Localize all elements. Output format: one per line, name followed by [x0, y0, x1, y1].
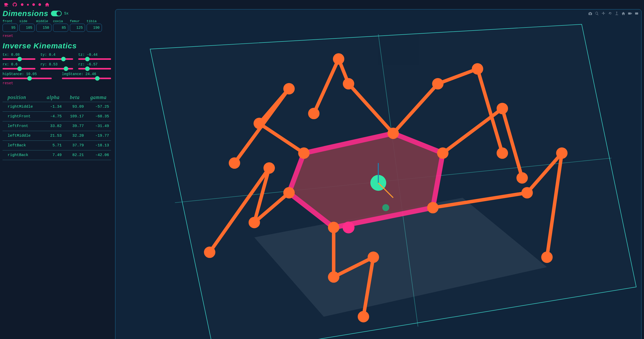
nav-dot-4[interactable]	[38, 3, 41, 6]
dim-input-tibia[interactable]	[87, 24, 102, 32]
svg-point-50	[285, 189, 293, 197]
control-panel: Dimensions 5x frontsidemiddlecoxiafemurt…	[3, 9, 112, 339]
dim-field-front: front	[3, 19, 18, 32]
dim-field-coxia: coxia	[53, 19, 68, 32]
dim-label-femur: femur	[70, 19, 85, 23]
nav-dot-2[interactable]	[27, 4, 29, 6]
svg-point-27	[330, 273, 338, 281]
svg-point-21	[434, 80, 442, 88]
slider-thumb-rz[interactable]	[85, 66, 90, 71]
ik-title: Inverse Kinematics	[3, 41, 77, 50]
svg-point-14	[429, 204, 437, 211]
slider-thumb-ry[interactable]	[64, 66, 68, 71]
dim-field-tibia: tibia	[87, 19, 102, 32]
slider-rx: rx: 0.6	[3, 62, 35, 69]
dim-input-middle[interactable]	[36, 24, 51, 32]
svg-point-15	[523, 189, 531, 197]
slider-ry: ry: 8.53	[41, 62, 73, 69]
github-icon[interactable]	[12, 2, 17, 7]
table-cell-gamma: -68.35	[86, 112, 111, 121]
table-cell-gamma: -42.06	[86, 150, 111, 160]
home-icon[interactable]	[45, 2, 50, 7]
slider-thumb-tx[interactable]	[17, 57, 22, 61]
svg-point-33	[250, 219, 258, 227]
svg-point-28	[369, 253, 377, 261]
slider-thumb-legStance[interactable]	[95, 76, 100, 81]
slider-track-tx[interactable]	[3, 58, 35, 60]
svg-point-29	[359, 313, 367, 321]
dim-field-middle: middle	[36, 19, 51, 32]
table-row: rightBack7.4982.21-42.06	[3, 150, 111, 160]
slider-thumb-rx[interactable]	[17, 66, 22, 71]
slider-track-rx[interactable]	[3, 68, 35, 69]
table-row: rightFront-4.75109.17-68.35	[3, 112, 111, 121]
slider-thumb-hipStance[interactable]	[27, 76, 32, 81]
table-cell-beta: 109.17	[64, 112, 86, 121]
nav-dot-3[interactable]	[32, 3, 35, 6]
nav-dot-1[interactable]	[21, 3, 23, 6]
table-header-gamma: gamma	[86, 93, 111, 102]
dim-input-front[interactable]	[3, 24, 18, 32]
dim-input-coxia[interactable]	[53, 24, 68, 32]
slider-label-tz: tz: -0.44	[78, 53, 111, 57]
table-header-alpha: alpha	[43, 93, 64, 102]
ik-reset[interactable]: reset	[3, 81, 13, 85]
svg-rect-0	[635, 12, 638, 15]
ik-sliders-rotation: rx: 0.6ry: 8.53rz: -6.57	[3, 62, 111, 69]
camera-icon[interactable]	[588, 11, 592, 16]
slider-track-ty[interactable]	[41, 58, 73, 60]
visualization-panel[interactable]	[115, 9, 641, 339]
slider-thumb-ty[interactable]	[61, 57, 66, 61]
slider-label-tx: tx: 0.08	[3, 53, 35, 57]
rotate-icon[interactable]	[608, 11, 612, 16]
table-cell-beta: 39.77	[64, 121, 86, 131]
table-row: leftBack5.7137.79-18.13	[3, 141, 111, 150]
table-cell-alpha: 21.53	[43, 131, 64, 141]
table-cell-position: rightBack	[3, 150, 43, 160]
table-cell-alpha: 7.49	[43, 150, 64, 160]
table-cell-position: leftFront	[3, 121, 43, 131]
slider-label-legStance: legStance: 24.46	[62, 72, 111, 76]
svg-point-17	[543, 253, 551, 261]
slider-track-tz[interactable]	[78, 58, 111, 60]
coffee-icon[interactable]	[4, 2, 9, 7]
slider-track-hipStance[interactable]	[3, 78, 52, 79]
dimensions-title: Dimensions	[3, 9, 48, 18]
svg-point-51	[330, 223, 338, 231]
home-icon[interactable]	[621, 11, 625, 16]
slider-track-legStance[interactable]	[62, 78, 111, 79]
table-cell-alpha: 33.82	[43, 121, 64, 131]
svg-point-23	[498, 149, 506, 157]
hexapod-3d-plot[interactable]	[115, 9, 641, 339]
dimensions-scale-toggle[interactable]	[51, 11, 62, 16]
dim-label-coxia: coxia	[53, 19, 68, 23]
slider-hipStance: hipStance: 10.05	[3, 72, 52, 79]
svg-point-47	[310, 109, 318, 117]
table-cell-beta: 82.21	[64, 150, 86, 160]
dim-label-tibia: tibia	[87, 19, 102, 23]
pan-icon[interactable]	[601, 11, 606, 16]
slider-label-ty: ty: 0.4	[41, 53, 73, 57]
slider-track-ry[interactable]	[41, 68, 73, 69]
zoom-icon[interactable]	[595, 11, 599, 16]
slider-label-hipStance: hipStance: 10.05	[3, 72, 52, 76]
svg-point-46	[335, 55, 343, 63]
video-icon[interactable]	[628, 11, 632, 16]
dim-label-side: side	[19, 19, 35, 23]
dimensions-inputs: frontsidemiddlecoxiafemurtibia	[3, 19, 111, 32]
table-cell-alpha: 5.71	[43, 141, 64, 150]
dim-input-side[interactable]	[19, 24, 35, 32]
dim-input-femur[interactable]	[70, 24, 85, 32]
dim-field-side: side	[19, 19, 35, 32]
save-icon[interactable]	[635, 11, 639, 16]
svg-point-40	[285, 85, 293, 93]
slider-thumb-tz[interactable]	[85, 57, 90, 61]
slider-track-rz[interactable]	[78, 68, 111, 69]
reset-axes-icon[interactable]	[615, 11, 619, 16]
ik-sliders-stance: hipStance: 10.05legStance: 24.46	[3, 72, 111, 79]
svg-point-49	[300, 149, 308, 157]
table-cell-gamma: -57.25	[86, 102, 111, 112]
svg-point-45	[345, 80, 353, 88]
table-cell-beta: 93.09	[64, 102, 86, 112]
dimensions-reset[interactable]: reset	[3, 34, 13, 38]
